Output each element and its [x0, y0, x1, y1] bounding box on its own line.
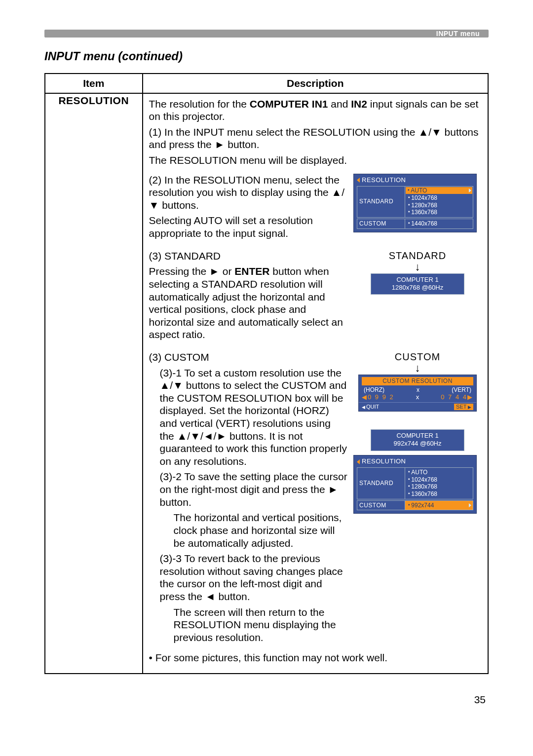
step3-line-1: (3) STANDARD	[149, 250, 347, 263]
osd-title-2: RESOLUTION	[354, 457, 476, 466]
osd-custom-result: COMPUTER 1 992x744 @60Hz	[371, 429, 464, 451]
osd-option-1024-2: 1024x768	[408, 476, 471, 484]
vert-label: (VERT)	[452, 386, 471, 394]
item-cell-resolution: RESOLUTION	[45, 93, 143, 674]
col-header-description: Description	[143, 74, 488, 93]
osd-option-auto: AUTO	[406, 187, 472, 194]
standard-mode: 1280x768 @60Hz	[373, 284, 462, 292]
intro-line-1: The resolution for the COMPUTER IN1 and …	[149, 98, 482, 123]
osd-standard-label-2: STANDARD	[357, 467, 405, 499]
osd-option-auto-2: AUTO	[408, 469, 471, 476]
quit-label: QUIT	[362, 404, 379, 410]
osd-option-1280-2: 1280x768	[408, 483, 471, 491]
osd-custom-value-2: 992x744	[405, 500, 473, 511]
vert-value: 0 7 4 4▶	[441, 393, 473, 401]
down-arrow-icon-2: ↓	[353, 364, 482, 373]
intro-line-2: (1) In the INPUT menu select the RESOLUT…	[149, 126, 482, 151]
horz-value: ◀0 9 9 2	[362, 393, 394, 401]
osd-custom-value-1: 1440x768	[405, 219, 473, 229]
mid-x-1: x	[417, 386, 419, 394]
step2-line-2: Selecting AUTO will set a resolution app…	[149, 214, 347, 239]
col-header-item: Item	[45, 74, 143, 93]
osd-option-1280: 1280x768	[408, 202, 471, 209]
osd-title: RESOLUTION	[354, 176, 476, 185]
custom-line-1: (3) CUSTOM	[149, 351, 347, 364]
custom-source: COMPUTER 1	[373, 432, 462, 440]
header-rule: INPUT menu	[44, 30, 489, 38]
custom-line-2: (3)-1 To set a custom resolution use the…	[149, 367, 347, 468]
osd-custom-label: CUSTOM	[357, 219, 405, 229]
osd-standard-label: STANDARD	[357, 186, 405, 218]
osd-option-1024: 1024x768	[408, 194, 471, 202]
header-label: INPUT menu	[436, 30, 480, 38]
osd-custom-resolution-box: CUSTOM RESOLUTION (HORZ) x (VERT) ◀0 9 9…	[358, 375, 477, 412]
horz-label: (HORZ)	[364, 386, 384, 394]
resolution-table: Item Description RESOLUTION The resoluti…	[44, 73, 489, 674]
standard-heading: STANDARD	[353, 250, 482, 262]
osd-option-1360: 1360x768	[408, 209, 471, 216]
section-title: INPUT menu (continued)	[44, 49, 489, 63]
custom-heading: CUSTOM	[353, 351, 482, 363]
osd-standard-options-2: AUTO 1024x768 1280x768 1360x768	[405, 467, 473, 499]
osd-custom-label-2: CUSTOM	[357, 500, 405, 511]
intro-line-3: The RESOLUTION menu will be displayed.	[149, 154, 482, 167]
custom-line-3: (3)-2 To save the setting place the curs…	[149, 470, 347, 508]
set-label: SET	[454, 404, 473, 410]
osd-option-1360-2: 1360x768	[408, 491, 471, 498]
custom-line-6: The screen will then return to the RESOL…	[149, 606, 347, 644]
custom-mode: 992x744 @60Hz	[373, 440, 462, 448]
custom-line-4: The horizontal and vertical positions, c…	[149, 511, 347, 549]
down-arrow-icon: ↓	[353, 263, 482, 271]
step3-line-2: Pressing the ► or ENTER button when sele…	[149, 265, 347, 341]
custom-line-5: (3)-3 To revert back to the previous res…	[149, 552, 347, 603]
step2-line-1: (2) In the RESOLUTION menu, select the r…	[149, 174, 347, 212]
osd-standard-result: COMPUTER 1 1280x768 @60Hz	[371, 273, 464, 295]
standard-source: COMPUTER 1	[373, 276, 462, 284]
osd-resolution-menu-1: RESOLUTION STANDARD AUTO 1024x768 1280x7…	[353, 174, 477, 232]
custom-res-title: CUSTOM RESOLUTION	[362, 377, 473, 385]
osd-standard-options: AUTO 1024x768 1280x768 1360x768	[405, 186, 473, 218]
osd-resolution-menu-2: RESOLUTION STANDARD AUTO 1024x768 1280x7…	[353, 455, 477, 514]
note-line: • For some pictures, this function may n…	[149, 651, 482, 664]
description-cell: The resolution for the COMPUTER IN1 and …	[143, 93, 488, 674]
mid-x-2: x	[416, 393, 419, 401]
page-number: 35	[44, 674, 489, 706]
